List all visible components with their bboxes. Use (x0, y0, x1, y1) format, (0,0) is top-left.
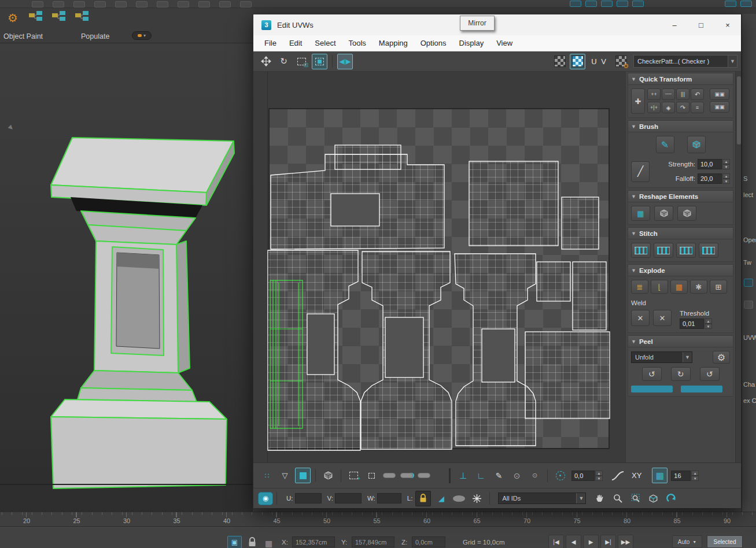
menu-select[interactable]: Select (308, 35, 342, 51)
populate-seat-button[interactable] (73, 9, 91, 27)
falloff-curve-button[interactable]: ╱ (631, 161, 650, 182)
menu-mapping[interactable]: Mapping (373, 35, 414, 51)
flatten-by-group-button[interactable]: ≣ (631, 280, 648, 294)
snap-grid-toggle[interactable]: ▦ (652, 468, 668, 483)
pelt-map-button[interactable] (631, 386, 673, 393)
toolbar-icon-stub[interactable] (94, 1, 106, 8)
peel-header[interactable]: ▼Peel (628, 335, 733, 347)
flatten-by-smoothing-button[interactable]: ✱ (690, 280, 707, 294)
menu-options[interactable]: Options (414, 35, 453, 51)
spin-down-icon[interactable]: ▼ (691, 476, 699, 481)
toolbar-icon-stub[interactable] (617, 1, 628, 7)
populate-settings-button[interactable]: ⚙ (3, 9, 22, 27)
edge-subobject-button[interactable]: ▽ (277, 468, 293, 483)
u-field[interactable] (295, 493, 322, 503)
uv-island[interactable] (573, 262, 606, 330)
object-paint-tab[interactable]: Object Paint (3, 32, 43, 40)
scrollbar-thumb[interactable] (737, 76, 741, 145)
filter-selected-faces-toggle[interactable]: ◢ (433, 491, 449, 506)
menu-file[interactable]: File (258, 35, 283, 51)
falloff-spinner[interactable]: 20,0▲▼ (698, 173, 730, 184)
spin-up-icon[interactable]: ▲ (722, 159, 730, 164)
rescale-element-button[interactable] (677, 206, 696, 221)
toolbar-icon-stub[interactable] (601, 1, 613, 7)
menu-display[interactable]: Display (453, 35, 491, 51)
brush-falloff-button[interactable]: ⊙ (527, 468, 543, 483)
rotate-tool-button[interactable]: ↻ (276, 54, 292, 69)
align-vertical-button[interactable]: ╌╌ (662, 88, 675, 100)
toolbar-icon-stub[interactable] (136, 1, 147, 8)
distribute-vertical-button[interactable]: ▣▣ (710, 101, 729, 113)
align-horizontal-button[interactable]: ++ (647, 88, 661, 100)
align-to-corner-button[interactable]: ∟ (473, 468, 489, 483)
transform-tool-button[interactable]: ✚ (631, 88, 645, 114)
brush-size-button[interactable]: ⊙ (509, 468, 525, 483)
w-field[interactable] (377, 493, 401, 503)
relax-element-button[interactable] (654, 206, 673, 221)
previous-frame-button[interactable]: ◀ (566, 535, 581, 548)
space-vertical-button[interactable]: ≡ (691, 102, 704, 113)
uv-island[interactable] (537, 262, 570, 301)
set-key-selected-button[interactable]: Selected (707, 535, 743, 548)
z-coordinate-field[interactable]: 0,0cm (412, 536, 445, 547)
hide-selected-toggle[interactable] (451, 491, 467, 506)
lock-selection-toggle[interactable] (415, 491, 431, 506)
ribbon-overflow-button[interactable]: ▾ (132, 31, 152, 40)
brush-header[interactable]: ▼Brush (628, 120, 733, 132)
grid-size-spinner[interactable]: 16▲▼ (671, 471, 699, 481)
toolbar-icon-stub[interactable] (570, 1, 581, 7)
zoom-extents-button[interactable] (646, 491, 661, 506)
x-coordinate-field[interactable]: 152,357cm (292, 536, 335, 547)
spin-down-icon[interactable]: ▼ (705, 324, 712, 329)
toolbar-icon-stub[interactable] (32, 1, 43, 8)
menu-edit[interactable]: Edit (283, 35, 308, 51)
vertex-subobject-button[interactable]: ∷ (259, 468, 275, 483)
edit-seams-button[interactable]: ↺ (700, 367, 720, 381)
clipped-panel-icon[interactable] (744, 279, 753, 287)
paint-select-button[interactable]: ✎ (491, 468, 507, 483)
show-map-toggle[interactable] (552, 54, 567, 69)
weld-selected-button[interactable]: ✕ (631, 310, 650, 326)
toolbar-icon-stub[interactable] (157, 1, 168, 8)
auto-key-button[interactable]: Auto▼ (672, 535, 702, 548)
toolbar-icon-stub[interactable] (115, 1, 127, 8)
toolbar-icon-stub[interactable] (198, 1, 210, 8)
freeze-selected-toggle[interactable] (469, 491, 485, 506)
flatten-by-id-button[interactable]: ▦ (670, 280, 688, 294)
perspective-viewport[interactable]: ▼ (0, 43, 253, 512)
absolute-typein-toggle[interactable]: ◉ (258, 492, 273, 505)
grow-selection-button[interactable]: + (346, 468, 362, 483)
selection-lock-icon[interactable] (248, 537, 256, 547)
pan-tool-button[interactable] (592, 491, 607, 506)
dialog-titlebar[interactable]: 3 Edit UVWs – □ × (253, 14, 741, 35)
flatten-by-angle-button[interactable]: ⌊ (651, 280, 668, 294)
isolate-selection-toggle[interactable]: ▣ (227, 536, 242, 548)
rotate-cw-button[interactable]: ↷ (676, 102, 689, 113)
timeline-ruler[interactable]: 202530354045505560657075808590 (0, 512, 756, 527)
toolbar-icon-stub[interactable] (73, 1, 85, 8)
falloff-curve-icon[interactable] (611, 471, 625, 481)
zoom-region-button[interactable] (628, 491, 643, 506)
uv-islands[interactable] (270, 109, 611, 450)
explode-to-faces-button[interactable]: ⊞ (710, 280, 727, 294)
toolbar-icon-stub[interactable] (632, 1, 644, 7)
uv-canvas[interactable] (268, 108, 610, 449)
zoom-to-selection-button[interactable] (663, 491, 679, 506)
pedestal-model[interactable] (0, 43, 253, 512)
reshape-elements-header[interactable]: ▼Reshape Elements (628, 190, 733, 202)
axis-space-label[interactable]: XY (632, 471, 641, 480)
scale-tool-button[interactable]: ◲ (294, 54, 309, 69)
soft-selection-radius-spinner[interactable]: 0,0▲▼ (571, 471, 603, 481)
toolbar-icon-stub[interactable] (725, 1, 736, 7)
quick-peel-button[interactable]: ↺ (642, 367, 662, 381)
material-id-filter-dropdown[interactable]: All IDs▼ (498, 493, 586, 504)
toolbar-icon-stub[interactable] (240, 1, 252, 8)
stitch-to-average-button[interactable] (699, 243, 718, 258)
shrink-selection-button[interactable] (364, 468, 379, 483)
spin-up-icon[interactable]: ▲ (595, 471, 603, 476)
uv-island[interactable] (525, 332, 610, 419)
menu-view[interactable]: View (490, 35, 519, 51)
populate-tab[interactable]: Populate (81, 32, 109, 40)
move-tool-button[interactable] (258, 54, 274, 69)
go-to-end-button[interactable]: ▶▶ (618, 535, 633, 548)
